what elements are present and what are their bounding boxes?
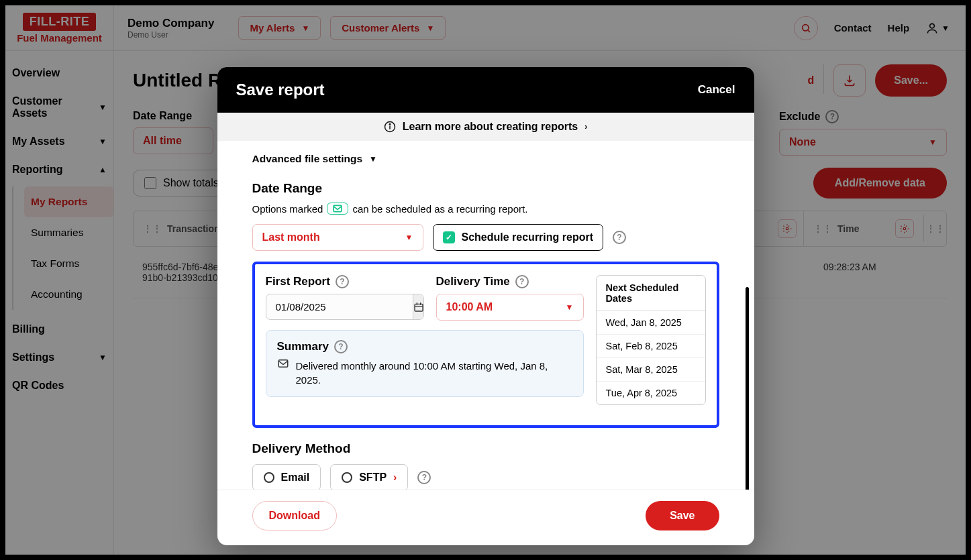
download-button[interactable]: Download <box>252 501 337 530</box>
modal-title: Save report <box>236 80 325 99</box>
scheduled-date: Wed, Jan 8, 2025 <box>597 311 705 335</box>
radio-icon <box>264 472 274 483</box>
mail-icon <box>277 359 289 368</box>
svg-rect-13 <box>278 360 288 368</box>
chevron-right-icon: › <box>584 122 587 131</box>
next-scheduled-dates-box: Next Scheduled Dates Wed, Jan 8, 2025 Sa… <box>596 275 706 405</box>
delivery-time-label: Delivery Time <box>436 275 510 288</box>
options-text: Options marked can be scheduled as a rec… <box>252 203 719 215</box>
advanced-file-settings-toggle[interactable]: Advanced file settings ▼ <box>252 153 719 165</box>
scheduled-date: Tue, Apr 8, 2025 <box>597 382 705 404</box>
svg-rect-8 <box>334 205 342 211</box>
svg-rect-9 <box>415 304 423 311</box>
chevron-down-icon: ▼ <box>405 233 413 242</box>
first-report-label: First Report <box>266 275 330 288</box>
help-icon[interactable]: ? <box>613 231 626 244</box>
save-report-modal: Save report Cancel Learn more about crea… <box>217 67 754 545</box>
date-range-modal-select[interactable]: Last month ▼ <box>252 224 423 251</box>
delivery-email-radio[interactable]: Email <box>252 464 321 490</box>
svg-point-7 <box>389 124 391 125</box>
help-icon[interactable]: ? <box>334 340 348 353</box>
help-icon[interactable]: ? <box>515 275 529 288</box>
learn-more-bar[interactable]: Learn more about creating reports › <box>217 113 754 141</box>
next-dates-title: Next Scheduled Dates <box>597 276 705 311</box>
help-icon[interactable]: ? <box>417 471 431 484</box>
info-icon <box>384 121 396 133</box>
delivery-sftp-radio[interactable]: SFTP › <box>330 464 408 490</box>
mail-badge-icon <box>327 203 348 215</box>
scheduled-date: Sat, Feb 8, 2025 <box>597 335 705 358</box>
first-report-date-input[interactable] <box>266 294 413 319</box>
delivery-time-select[interactable]: 10:00 AM ▼ <box>436 294 584 321</box>
modal-overlay: Save report Cancel Learn more about crea… <box>0 0 971 560</box>
help-icon[interactable]: ? <box>336 275 349 288</box>
modal-save-button[interactable]: Save <box>646 501 719 530</box>
date-range-section-title: Date Range <box>252 181 719 196</box>
chevron-down-icon: ▼ <box>566 302 574 312</box>
scrollbar-thumb[interactable] <box>746 287 749 490</box>
highlighted-schedule-section: First Report ? <box>252 262 719 428</box>
radio-icon <box>342 472 352 483</box>
delivery-method-title: Delivery Method <box>252 441 719 456</box>
scheduled-date: Sat, Mar 8, 2025 <box>597 358 705 382</box>
check-icon: ✓ <box>443 231 455 243</box>
schedule-recurring-checkbox[interactable]: ✓ Schedule recurring report <box>433 224 604 251</box>
summary-title: Summary <box>277 340 329 353</box>
chevron-right-icon: › <box>393 471 397 484</box>
calendar-icon[interactable] <box>413 294 424 319</box>
chevron-down-icon: ▼ <box>369 154 377 164</box>
summary-box: Summary ? Delivered monthly around 10:00… <box>266 330 584 397</box>
cancel-button[interactable]: Cancel <box>698 83 735 97</box>
summary-text: Delivered monthly around 10:00 AM starti… <box>296 359 572 387</box>
